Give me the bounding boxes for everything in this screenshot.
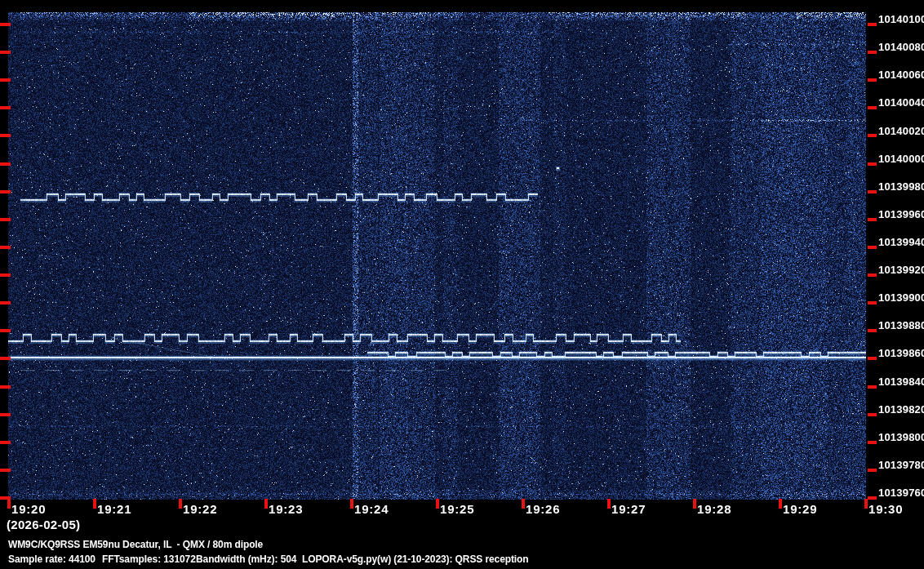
freq-axis-label: 10140040 bbox=[878, 97, 924, 109]
time-axis-label: 19:22 bbox=[183, 503, 217, 516]
spectrogram-waterfall-canvas bbox=[0, 0, 924, 569]
time-axis-label: 19:23 bbox=[269, 503, 303, 516]
freq-axis-label: 10140080 bbox=[878, 42, 924, 53]
time-axis-label: 19:20 bbox=[11, 503, 46, 516]
qrss-grabber-window: 10140100 10140080 10140060 10140040 1014… bbox=[0, 0, 924, 569]
freq-axis-label: 10139960 bbox=[878, 209, 924, 220]
time-axis-label: 19:21 bbox=[97, 503, 131, 516]
freq-axis-label: 10140000 bbox=[878, 153, 924, 165]
freq-axis-label: 10139920 bbox=[878, 264, 924, 276]
fft-samples: FFTsamples: 131072 bbox=[102, 553, 196, 565]
sample-rate: Sample rate: 44100 bbox=[8, 553, 96, 565]
freq-axis-label: 10139800 bbox=[878, 432, 924, 443]
freq-axis-label: 10139840 bbox=[878, 376, 924, 388]
freq-axis-label: 10139940 bbox=[878, 237, 924, 248]
freq-axis-label: 10139820 bbox=[878, 404, 924, 416]
time-axis-label: 19:29 bbox=[783, 503, 817, 516]
freq-axis-label: 10139980 bbox=[878, 181, 924, 193]
station-info-line: WM9C/KQ9RSS EM59nu Decatur, IL - QMX / 8… bbox=[8, 539, 263, 550]
time-axis-label: 19:28 bbox=[697, 503, 731, 516]
time-axis-label: 19:25 bbox=[440, 503, 474, 516]
date-label: (2026-02-05) bbox=[7, 518, 80, 531]
freq-axis-label: 10139900 bbox=[878, 292, 924, 304]
software-version: LOPORA-v5g.py(w) (21-10-2023): QRSS rece… bbox=[302, 553, 529, 565]
bandwidth: Bandwidth (mHz): 504 bbox=[196, 553, 296, 565]
freq-axis-label: 10139880 bbox=[878, 320, 924, 331]
freq-axis-label: 10140060 bbox=[878, 69, 924, 81]
freq-axis-label: 10140020 bbox=[878, 126, 924, 137]
time-axis-label: 19:24 bbox=[354, 503, 389, 516]
time-axis-label: 19:27 bbox=[611, 503, 646, 516]
time-axis-label: 19:26 bbox=[526, 503, 560, 516]
freq-axis-label: 10140100 bbox=[878, 14, 924, 25]
freq-axis-label: 10139760 bbox=[878, 487, 924, 499]
time-axis-label: 19:30 bbox=[868, 503, 903, 516]
freq-axis-label: 10139860 bbox=[878, 348, 924, 359]
freq-axis-label: 10139780 bbox=[878, 460, 924, 471]
